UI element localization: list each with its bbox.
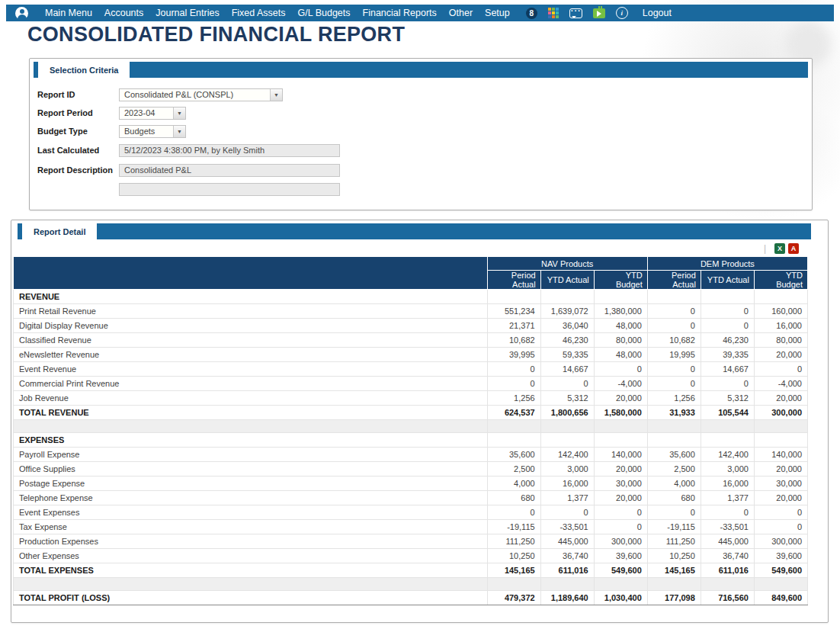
nav-item-other[interactable]: Other: [449, 8, 473, 18]
report-tabstrip: Report Detail: [18, 223, 811, 239]
budget-type-dropdown[interactable]: Budgets ▼: [119, 125, 186, 138]
cell-value: [540, 578, 594, 591]
table-row: Telephone Expense6801,37720,0006801,3772…: [14, 491, 808, 505]
chat-bubble-glyph: [569, 8, 582, 18]
cell-value: 0: [647, 362, 701, 377]
cell-value: 30,000: [594, 477, 647, 491]
table-row: Event Revenue014,6670014,6670: [14, 362, 808, 377]
cell-value: 80,000: [754, 333, 807, 348]
budget-type-row: Budget Type Budgets ▼: [37, 124, 186, 138]
cell-value: 31,933: [647, 406, 701, 420]
cell-value: 59,335: [540, 348, 594, 362]
apps-grid-icon[interactable]: [548, 8, 559, 18]
chevron-down-icon[interactable]: ▼: [173, 126, 185, 137]
cell-value: 0: [701, 319, 754, 333]
cell-value: 479,372: [487, 591, 540, 605]
cell-value: 20,000: [594, 491, 647, 505]
budget-type-label: Budget Type: [37, 127, 119, 136]
cell-value: 0: [701, 505, 754, 520]
export-separator: |: [764, 243, 766, 254]
tab-selection-criteria[interactable]: Selection Criteria: [38, 62, 130, 78]
nav-item-gl-budgets[interactable]: G/L Budgets: [298, 8, 351, 18]
row-label: Print Retail Revenue: [14, 304, 488, 319]
report-table-wrapper: NAV Products DEM Products Period Actual …: [13, 256, 828, 605]
column-header-period-actual: Period Actual: [487, 271, 540, 290]
cell-value: [754, 290, 807, 304]
report-description-field: [119, 164, 340, 177]
cell-value: [647, 433, 701, 448]
cell-value: 160,000: [754, 304, 807, 319]
nav-item-fixed-assets[interactable]: Fixed Assets: [232, 8, 286, 18]
row-label: TOTAL EXPENSES: [14, 563, 488, 578]
table-row: Office Supplies2,5003,00020,0002,5003,00…: [14, 462, 808, 477]
cell-value: 1,377: [701, 491, 754, 505]
chat-icon[interactable]: [569, 8, 582, 18]
row-label: EXPENSES: [14, 433, 488, 448]
cell-value: 0: [487, 362, 540, 377]
label-column-header: [14, 257, 488, 290]
table-row: REVENUE: [14, 290, 808, 304]
cell-value: 140,000: [754, 448, 807, 462]
chevron-down-icon[interactable]: ▼: [270, 89, 282, 101]
cell-value: 0: [754, 520, 807, 534]
cell-value: 0: [647, 319, 701, 333]
nav-item-main-menu[interactable]: Main Menu: [45, 8, 92, 18]
report-id-dropdown[interactable]: Consolidated P&L (CONSPL) ▼: [119, 88, 283, 101]
cell-value: 1,639,072: [540, 304, 594, 319]
cell-value: [754, 578, 807, 591]
cell-value: 10,250: [647, 549, 701, 563]
cell-value: 142,400: [540, 448, 594, 462]
cell-value: 1,377: [540, 491, 594, 505]
table-row: TOTAL PROFIT (LOSS)479,3721,189,6401,030…: [14, 591, 808, 605]
report-detail-panel: Report Detail | X A NAV Products DEM Pro…: [11, 220, 829, 623]
logout-button[interactable]: Logout: [643, 8, 672, 18]
cell-value: [594, 420, 647, 433]
cell-value: 16,000: [754, 319, 807, 333]
budget-type-value: Budgets: [120, 127, 173, 136]
cell-value: [701, 433, 754, 448]
nav-item-accounts[interactable]: Accounts: [104, 8, 143, 18]
nav-item-financial-reports[interactable]: Financial Reports: [363, 8, 437, 18]
row-label: REVENUE: [14, 290, 488, 304]
cell-value: 0: [701, 304, 754, 319]
cell-value: 551,234: [487, 304, 540, 319]
nav-item-setup[interactable]: Setup: [485, 8, 510, 18]
cell-value: 5,312: [701, 391, 754, 406]
row-label: eNewsletter Revenue: [14, 348, 488, 362]
cell-value: 4,000: [487, 477, 540, 491]
cell-value: 0: [594, 362, 647, 377]
cell-value: [594, 290, 647, 304]
cell-value: 0: [701, 377, 754, 391]
cell-value: 0: [594, 520, 647, 534]
report-period-dropdown[interactable]: 2023-04 ▼: [119, 107, 186, 120]
cell-value: -19,115: [487, 520, 540, 534]
cell-value: 1,256: [487, 391, 540, 406]
cell-value: [594, 433, 647, 448]
nav-item-journal-entries[interactable]: Journal Entries: [155, 8, 219, 18]
cell-value: 10,682: [647, 333, 701, 348]
row-label: Other Expenses: [14, 549, 488, 563]
column-header-ytd-actual: YTD Actual: [540, 271, 594, 290]
excel-export-icon[interactable]: X: [774, 243, 785, 254]
cell-value: 35,600: [487, 448, 540, 462]
table-row: Print Retail Revenue551,2341,639,0721,38…: [14, 304, 808, 319]
report-table-body: REVENUEPrint Retail Revenue551,2341,639,…: [14, 290, 808, 605]
cell-value: 0: [487, 377, 540, 391]
cell-value: 1,800,656: [540, 406, 594, 420]
column-header-ytd-budget: YTD Budget: [754, 271, 807, 290]
notification-badge-icon[interactable]: 8: [526, 8, 537, 19]
user-avatar-icon[interactable]: [15, 7, 28, 20]
chevron-down-icon[interactable]: ▼: [173, 108, 185, 119]
cell-value: 39,600: [594, 549, 647, 563]
cell-value: 0: [540, 505, 594, 520]
cell-value: 21,371: [487, 319, 540, 333]
cell-value: 0: [540, 377, 594, 391]
row-label: Event Revenue: [14, 362, 488, 377]
cell-value: 0: [647, 377, 701, 391]
pdf-export-icon[interactable]: A: [788, 243, 799, 254]
report-period-label: Report Period: [37, 108, 119, 117]
info-icon[interactable]: i: [616, 7, 628, 19]
cell-value: 549,600: [754, 563, 807, 578]
tab-report-detail[interactable]: Report Detail: [22, 223, 97, 239]
video-tutorials-icon[interactable]: [593, 8, 605, 18]
